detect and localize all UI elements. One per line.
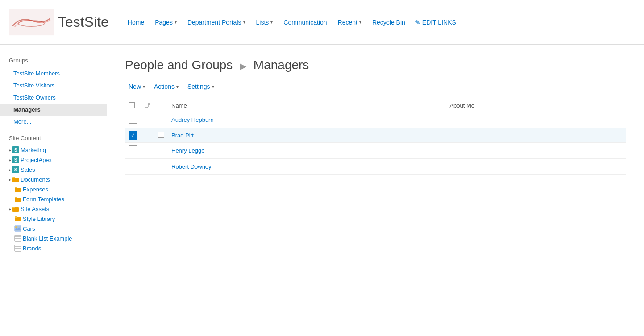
nav-recycle-bin[interactable]: Recycle Bin: [367, 0, 411, 44]
nav-dept-chevron: ▾: [243, 20, 245, 25]
actions-button[interactable]: Actions ▾: [150, 81, 182, 92]
form-templates-folder-icon: [14, 195, 21, 203]
breadcrumb-part2: Managers: [253, 58, 309, 72]
nav-pages-chevron: ▾: [175, 20, 177, 25]
sidebar-item-managers[interactable]: Managers: [0, 104, 107, 116]
nav-communication[interactable]: Communication: [278, 0, 332, 44]
header: TestSite Home Pages ▾ Department Portals…: [0, 0, 644, 45]
projectapex-icon: S: [12, 156, 19, 163]
edit-links-button[interactable]: ✎ EDIT LINKS: [415, 19, 456, 26]
sidebar-item-sales[interactable]: ▸ S Sales: [0, 165, 107, 174]
site-content-title: Site Content: [0, 128, 107, 145]
row-checkbox-outer-2[interactable]: ✓: [129, 131, 137, 140]
site-title: TestSite: [58, 14, 109, 30]
sidebar-item-documents[interactable]: ▸ Documents: [0, 174, 107, 184]
row-name-2: Brad Pitt: [168, 128, 446, 143]
row-about-3: [446, 143, 626, 159]
site-logo: [9, 9, 54, 36]
svg-rect-3: [12, 177, 15, 178]
row-checkbox-outer-3[interactable]: [129, 145, 137, 154]
table-row: ✓ Brad Pitt: [125, 128, 626, 143]
svg-rect-5: [15, 187, 17, 188]
row-about-1: [446, 112, 626, 128]
nav-lists-chevron: ▾: [270, 20, 273, 25]
person-name-4[interactable]: Robert Downey: [171, 163, 212, 170]
expand-arrow-projectapex: ▸: [9, 158, 11, 162]
sidebar-item-form-templates[interactable]: Form Templates: [0, 194, 107, 204]
sidebar-item-owners[interactable]: TestSite Owners: [0, 91, 107, 104]
row-checkbox-inner-3[interactable]: [158, 147, 164, 153]
svg-rect-2: [12, 178, 19, 182]
row-checkbox-outer-1[interactable]: [129, 115, 137, 124]
table-header-row: 🖇 Name About Me: [125, 99, 626, 112]
settings-button[interactable]: Settings ▾: [184, 81, 218, 92]
sales-icon: S: [12, 166, 19, 173]
svg-point-13: [15, 226, 17, 228]
select-all-checkbox[interactable]: [129, 102, 135, 108]
person-name-3[interactable]: Henry Legge: [171, 147, 204, 154]
nav-department-portals[interactable]: Department Portals ▾: [182, 0, 251, 44]
row-about-2: [446, 128, 626, 143]
cars-image-icon: [14, 225, 21, 232]
row-checkbox-outer-4[interactable]: [129, 162, 137, 170]
sidebar-item-blank-list[interactable]: Blank List Example: [0, 233, 107, 243]
expenses-folder-icon: [14, 186, 21, 193]
person-name-1[interactable]: Audrey Hepburn: [171, 116, 214, 123]
nav-pages[interactable]: Pages ▾: [150, 0, 182, 44]
sidebar-item-expenses[interactable]: Expenses: [0, 184, 107, 194]
documents-folder-icon: [12, 176, 19, 183]
sidebar-item-projectapex[interactable]: ▸ S ProjectApex: [0, 155, 107, 165]
row-name-3: Henry Legge: [168, 143, 446, 159]
row-name-4: Robert Downey: [168, 159, 446, 175]
row-icon-4: [141, 159, 154, 175]
breadcrumb-arrow: ▶: [240, 61, 246, 71]
actions-chevron: ▾: [176, 84, 179, 89]
row-checkbox-inner-1[interactable]: [158, 116, 164, 122]
expand-arrow-site-assets: ▸: [9, 207, 11, 212]
expand-arrow-sales: ▸: [9, 167, 11, 172]
breadcrumb-part1: People and Groups: [125, 58, 233, 72]
paperclip-icon: 🖇: [145, 102, 151, 109]
row-outer-check-4: [125, 159, 141, 175]
row-checkbox-inner-4[interactable]: [158, 163, 164, 169]
settings-chevron: ▾: [212, 84, 214, 89]
sidebar-item-cars[interactable]: Cars: [0, 224, 107, 233]
row-outer-check-3: [125, 143, 141, 159]
svg-rect-8: [12, 207, 19, 212]
sidebar-item-brands[interactable]: Brands: [0, 243, 107, 253]
person-name-2[interactable]: Brad Pitt: [171, 132, 194, 139]
svg-rect-9: [12, 207, 15, 208]
table-row: Robert Downey: [125, 159, 626, 175]
main-container: Groups TestSite Members TestSite Visitor…: [0, 45, 644, 336]
sidebar-item-site-assets[interactable]: ▸ Site Assets: [0, 204, 107, 214]
svg-rect-10: [15, 217, 21, 221]
row-icon-2: [141, 128, 154, 143]
row-inner-check-3: [154, 143, 168, 159]
expand-arrow-marketing: ▸: [9, 148, 11, 153]
nav-recent[interactable]: Recent ▾: [332, 0, 367, 44]
sidebar-item-style-library[interactable]: Style Library: [0, 214, 107, 224]
nav-recent-chevron: ▾: [359, 20, 361, 25]
nav-lists[interactable]: Lists ▾: [251, 0, 278, 44]
nav-home[interactable]: Home: [122, 0, 150, 44]
brands-table-icon: [14, 245, 21, 252]
header-paperclip: 🖇: [141, 99, 154, 112]
sidebar-item-more[interactable]: More...: [0, 116, 107, 128]
logo-area: TestSite: [9, 9, 109, 36]
row-inner-check-1: [154, 112, 168, 128]
blank-list-table-icon: [14, 235, 21, 242]
style-library-folder-icon: [14, 215, 21, 222]
sidebar-item-marketing[interactable]: ▸ S Marketing: [0, 145, 107, 155]
sidebar-item-members[interactable]: TestSite Members: [0, 67, 107, 79]
svg-rect-7: [15, 197, 17, 198]
toolbar: New ▾ Actions ▾ Settings ▾: [125, 81, 626, 92]
row-checkbox-inner-2[interactable]: [158, 132, 164, 138]
new-button[interactable]: New ▾: [125, 81, 149, 92]
table-row: Audrey Hepburn: [125, 112, 626, 128]
sidebar-item-visitors[interactable]: TestSite Visitors: [0, 79, 107, 91]
header-about-me: About Me: [446, 99, 626, 112]
main-nav: Home Pages ▾ Department Portals ▾ Lists …: [122, 0, 456, 44]
svg-rect-11: [15, 216, 17, 218]
marketing-icon: S: [12, 146, 19, 153]
expand-arrow-documents: ▸: [9, 177, 11, 182]
